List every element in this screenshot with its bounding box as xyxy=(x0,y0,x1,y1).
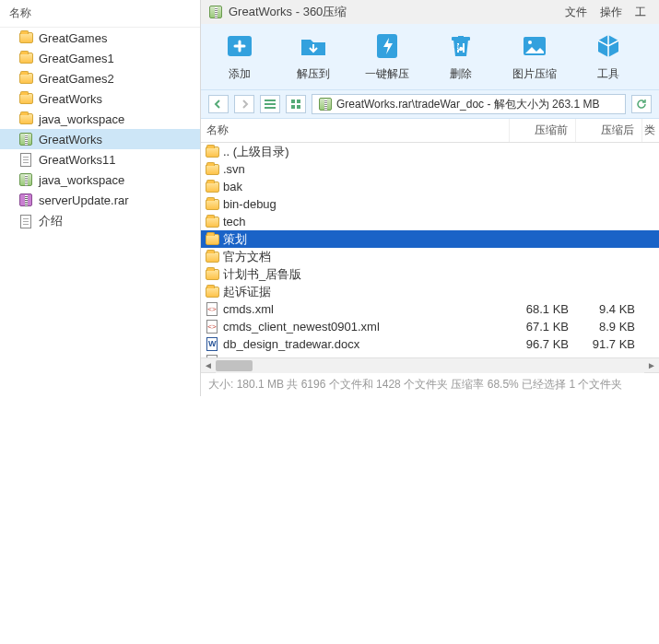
file-row[interactable]: 策划 xyxy=(201,230,659,248)
file-list: .. (上级目录).svnbakbin-debugtech策划官方文档计划书_居… xyxy=(201,143,659,357)
tree-item[interactable]: java_workspace xyxy=(0,170,200,190)
status-bar: 大小: 180.1 MB 共 6196 个文件和 1428 个文件夹 压缩率 6… xyxy=(201,372,659,396)
svg-point-5 xyxy=(528,41,532,44)
file-name-label: .. (上级目录) xyxy=(223,144,289,160)
file-name-cell: bak xyxy=(201,180,510,194)
svg-rect-9 xyxy=(297,105,300,109)
file-row[interactable]: 官方文档 xyxy=(201,248,659,265)
toolbar-button-bolt[interactable]: 一键解压 xyxy=(358,29,417,82)
xml-icon xyxy=(205,302,219,317)
path-box[interactable]: GreatWorks.rar\tradeWar_doc - 解包大小为 263.… xyxy=(312,94,626,114)
tree-item-label: GreatWorks11 xyxy=(39,153,116,167)
file-name-cell: .svn xyxy=(201,162,510,177)
menu-file[interactable]: 文件 xyxy=(565,5,587,20)
file-size-before: 68.1 KB xyxy=(510,302,576,316)
file-row[interactable]: 计划书_居鲁版 xyxy=(201,265,659,283)
toolbar-button-label: 图片压缩 xyxy=(512,66,557,82)
tree-item[interactable]: GreatWorks xyxy=(0,88,200,109)
archive-icon xyxy=(18,172,33,187)
file-name-cell: cmds_client_newest0901.xml xyxy=(201,320,510,334)
scroll-thumb[interactable] xyxy=(216,360,253,371)
tree-item[interactable]: serverUpdate.rar xyxy=(0,190,200,210)
horizontal-scrollbar[interactable]: ◄ ► xyxy=(201,357,659,372)
tree-item[interactable]: java_workspace xyxy=(0,109,200,129)
file-row[interactable]: 起诉证据 xyxy=(201,283,659,300)
refresh-button[interactable] xyxy=(631,95,652,113)
svg-rect-8 xyxy=(291,105,295,109)
menu-tools[interactable]: 工 xyxy=(635,5,646,20)
nav-back-button[interactable] xyxy=(208,95,229,113)
file-row[interactable]: .. (上级目录) xyxy=(201,143,659,160)
nav-view-list-button[interactable] xyxy=(260,95,280,113)
trash-icon-wrap xyxy=(444,29,477,63)
path-archive-icon xyxy=(318,97,333,111)
file-row[interactable]: bin-debug xyxy=(201,195,659,213)
col-header-after[interactable]: 压缩后 xyxy=(576,119,642,142)
scroll-left-button[interactable]: ◄ xyxy=(201,358,216,373)
list-icon xyxy=(265,100,276,109)
tree-item[interactable]: GreatGames xyxy=(0,28,200,48)
file-name-label: 官方文档 xyxy=(223,249,271,265)
col-header-name[interactable]: 名称 xyxy=(201,119,510,142)
file-name-label: 起诉证据 xyxy=(223,284,271,300)
file-row[interactable]: bak xyxy=(201,178,659,195)
toolbar-button-folder-arrow[interactable]: 解压到 xyxy=(284,29,343,82)
folder-icon xyxy=(18,71,33,86)
file-size-after: 91.7 KB xyxy=(576,337,642,351)
file-row[interactable]: .svn xyxy=(201,160,659,178)
nav-forward-button[interactable] xyxy=(234,95,254,113)
app-icon xyxy=(208,5,223,19)
file-row[interactable]: tech xyxy=(201,213,659,230)
tree-header: 名称 xyxy=(0,0,200,28)
image-icon-wrap xyxy=(518,29,551,63)
arrow-right-icon xyxy=(240,100,249,109)
folder-arrow-icon-wrap xyxy=(297,29,330,63)
toolbar-button-trash[interactable]: 删除 xyxy=(431,29,490,82)
file-name-cell: tech xyxy=(201,215,510,229)
col-header-type[interactable]: 类 xyxy=(642,119,659,142)
tree-item[interactable]: GreatGames2 xyxy=(0,68,200,88)
tree-item-label: GreatGames2 xyxy=(39,72,114,86)
archive-icon xyxy=(18,132,33,146)
col-header-before[interactable]: 压缩前 xyxy=(510,119,576,142)
folder-icon xyxy=(18,30,33,45)
file-name-cell: bin-debug xyxy=(201,197,510,212)
trash-icon xyxy=(445,30,477,62)
scroll-track[interactable] xyxy=(216,358,644,373)
file-row[interactable]: db_script_tradewar.sql27.8 KB4.7 KB xyxy=(201,353,659,357)
toolbar-button-label: 解压到 xyxy=(297,66,330,82)
toolbar-button-image[interactable]: 图片压缩 xyxy=(505,29,564,82)
file-name-cell: 官方文档 xyxy=(201,249,510,265)
app-root: 名称 GreatGamesGreatGames1GreatGames2Great… xyxy=(0,0,659,396)
window-title: GreatWorks - 360压缩 xyxy=(229,4,559,20)
scroll-right-button[interactable]: ► xyxy=(644,358,659,373)
tree-item-label: GreatWorks xyxy=(39,92,102,106)
toolbar-button-label: 添加 xyxy=(229,66,251,82)
tree-item-label: serverUpdate.rar xyxy=(39,193,129,207)
tree-item[interactable]: GreatWorks11 xyxy=(0,149,200,170)
nav-row: GreatWorks.rar\tradeWar_doc - 解包大小为 263.… xyxy=(201,90,659,119)
menu-action[interactable]: 操作 xyxy=(600,5,622,20)
tree-item[interactable]: 介绍 xyxy=(0,210,200,232)
file-size-before: 67.1 KB xyxy=(510,320,576,334)
file-row[interactable]: cmds.xml68.1 KB9.4 KB xyxy=(201,300,659,318)
toolbar-button-cube[interactable]: 工具 xyxy=(579,29,638,82)
nav-view-grid-button[interactable] xyxy=(286,95,306,113)
folder-icon xyxy=(205,197,219,212)
file-name-cell: 起诉证据 xyxy=(201,284,510,300)
image-icon xyxy=(519,30,550,62)
file-name-label: bak xyxy=(223,180,242,193)
folder-icon xyxy=(205,180,219,194)
file-row[interactable]: db_design_tradewar.docx96.7 KB91.7 KB xyxy=(201,335,659,353)
bolt-icon xyxy=(371,30,403,62)
file-name-label: bin-debug xyxy=(223,197,277,211)
folder-icon xyxy=(18,111,33,126)
file-name-cell: cmds.xml xyxy=(201,302,510,317)
tree-item[interactable]: GreatWorks xyxy=(0,129,200,149)
file-row[interactable]: cmds_client_newest0901.xml67.1 KB8.9 KB xyxy=(201,318,659,335)
tree-item[interactable]: GreatGames1 xyxy=(0,48,200,68)
toolbar-button-plus[interactable]: 添加 xyxy=(210,29,269,82)
list-header: 名称 压缩前 压缩后 类 xyxy=(201,119,659,143)
doc-icon xyxy=(18,214,33,228)
plus-icon-wrap xyxy=(223,29,256,63)
